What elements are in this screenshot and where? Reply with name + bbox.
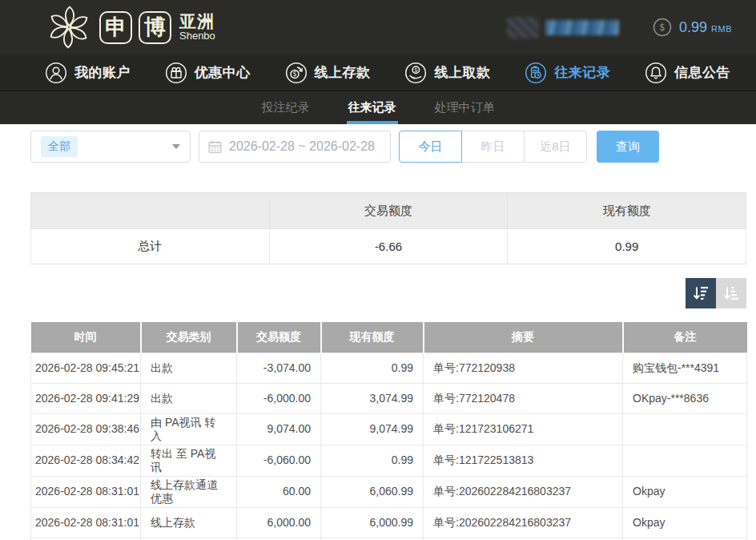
transaction-type-select[interactable]: 全部	[30, 131, 191, 163]
dollar-coin-icon: $	[653, 18, 672, 37]
cell-time: 2026-02-28 09:38:46	[31, 413, 141, 445]
withdraw-icon: $	[404, 62, 427, 84]
date-range-input[interactable]: 2026-02-28 ~ 2026-02-28	[199, 131, 391, 163]
deposit-icon: $	[285, 62, 308, 84]
nav-label: 线上存款	[315, 63, 371, 82]
cell-category: 由 PA视讯 转入	[141, 413, 237, 445]
table-row: 2026-02-28 09:38:46由 PA视讯 转入9,074.009,07…	[31, 413, 747, 445]
logo-char-shen: 申	[99, 11, 132, 44]
tab-1[interactable]: 投注纪录	[260, 91, 312, 124]
summary-transaction-total: -6.66	[269, 229, 508, 264]
nav-item-2[interactable]: 优惠中心	[165, 62, 251, 84]
nav-label: 信息公告	[674, 63, 730, 82]
nav-item-5[interactable]: 往来记录	[525, 62, 610, 84]
tab-2[interactable]: 往来记录	[347, 91, 398, 124]
cell-balance: 0.99	[321, 445, 424, 476]
column-header-3: 交易额度	[237, 322, 321, 353]
bell-icon	[645, 62, 667, 84]
sort-ascending-button[interactable]	[716, 278, 746, 308]
table-row: 2026-02-28 08:34:42转出 至 PA视讯-6,060.000.9…	[31, 445, 747, 476]
cell-time: 2026-02-28 08:34:42	[31, 445, 141, 476]
cell-summary: 单号:202602284216803237	[424, 476, 623, 507]
column-header-4: 现有额度	[321, 322, 424, 353]
redacted-username[interactable]	[545, 20, 619, 35]
column-header-2: 交易类别	[141, 322, 237, 353]
table-row: 2026-02-28 08:31:01线上存款6,000.006,000.99单…	[31, 507, 747, 538]
summary-balance-total: 0.99	[508, 229, 746, 264]
logo-char-bo: 博	[139, 11, 171, 44]
cell-summary: 单号:772120938	[424, 353, 623, 383]
chevron-down-icon	[172, 144, 180, 149]
avatar[interactable]	[507, 17, 539, 38]
column-header-1: 时间	[31, 322, 141, 353]
cell-amount: -3,074.00	[237, 353, 321, 383]
records-icon	[525, 62, 547, 84]
query-button[interactable]: 查询	[597, 131, 659, 163]
cell-summary: 单号:202602284216803237	[424, 507, 623, 538]
nav-item-1[interactable]: 我的账户	[45, 62, 131, 84]
cell-time: 2026-02-28 09:45:21	[31, 353, 141, 383]
nav-item-4[interactable]: $线上取款	[404, 62, 490, 84]
table-row: 2026-02-28 08:31:01线上存款通道优惠60.006,060.99…	[31, 476, 747, 507]
table-header-row: 时间交易类别交易额度现有额度摘要备注	[31, 322, 747, 353]
gift-icon	[165, 62, 187, 84]
logo-region: 亚洲	[179, 13, 215, 30]
column-header-6: 备注	[623, 322, 747, 353]
filter-bar: 全部 2026-02-28 ~ 2026-02-28 今日昨日近8日 查	[30, 131, 746, 163]
quick-date-button-1[interactable]: 今日	[399, 131, 462, 163]
table-row: 2026-02-28 09:41:29出款-6,000.003,074.99单号…	[31, 383, 747, 413]
nav-label: 优惠中心	[195, 63, 251, 82]
transactions-table: 时间交易类别交易额度现有额度摘要备注 2026-02-28 09:45:21出款…	[30, 322, 747, 540]
summary-row: 总计 -6.66 0.99	[31, 229, 746, 264]
flower-logo-icon	[45, 3, 93, 51]
nav-label: 我的账户	[74, 63, 131, 82]
calendar-icon	[207, 139, 223, 155]
cell-summary: 单号:772120478	[424, 383, 623, 413]
nav-item-6[interactable]: 信息公告	[645, 62, 730, 84]
quick-date-button-2[interactable]: 昨日	[461, 131, 525, 163]
balance-currency: RMB	[711, 21, 732, 34]
quick-date-button-3[interactable]: 近8日	[524, 131, 587, 163]
cell-balance: 6,060.99	[321, 476, 424, 507]
summary-table: 交易额度 现有额度 总计 -6.66 0.99	[30, 192, 746, 264]
cell-time: 2026-02-28 09:41:29	[31, 383, 141, 413]
page: 申 博 亚洲 Shenbo $ 0.99 RMB 我的账户优惠中心$线上存款$线…	[0, 0, 756, 540]
quick-date-group: 今日昨日近8日	[399, 131, 587, 163]
cell-summary: 单号:121722513813	[424, 445, 623, 476]
summary-header-balance: 现有额度	[508, 193, 746, 229]
date-range-value: 2026-02-28 ~ 2026-02-28	[229, 139, 375, 154]
top-header: 申 博 亚洲 Shenbo $ 0.99 RMB	[0, 0, 756, 54]
cell-note	[623, 413, 747, 445]
nav-item-3[interactable]: $线上存款	[285, 62, 371, 84]
column-header-5: 摘要	[424, 322, 623, 353]
sort-controls	[0, 278, 746, 308]
svg-text:$: $	[414, 66, 418, 74]
cell-balance: 0.99	[321, 353, 424, 383]
table-body: 2026-02-28 09:45:21出款-3,074.000.99单号:772…	[31, 353, 747, 540]
cell-time: 2026-02-28 08:31:01	[31, 476, 141, 507]
cell-category: 出款	[141, 383, 237, 413]
selected-type-tag: 全部	[41, 136, 78, 157]
cell-note: 购宝钱包-***4391	[623, 353, 747, 383]
cell-note: OKpay-***8636	[623, 383, 747, 413]
cell-category: 线上存款通道优惠	[141, 476, 237, 507]
cell-note: Okpay	[623, 507, 747, 538]
summary-total-label: 总计	[31, 229, 270, 264]
main-nav: 我的账户优惠中心$线上存款$线上取款往来记录信息公告	[0, 54, 756, 91]
cell-category: 出款	[141, 353, 237, 383]
svg-text:$: $	[292, 71, 296, 78]
svg-text:$: $	[659, 22, 665, 33]
cell-category: 线上存款	[141, 507, 237, 538]
nav-label: 往来记录	[554, 63, 610, 82]
brand-logo[interactable]: 申 博 亚洲 Shenbo	[45, 3, 215, 51]
sub-nav: 投注纪录往来记录处理中订单	[0, 91, 756, 124]
sort-descending-button[interactable]	[686, 278, 716, 308]
user-group: $ 0.99 RMB	[507, 17, 732, 38]
balance[interactable]: $ 0.99 RMB	[653, 18, 732, 37]
cell-balance: 6,000.99	[321, 507, 424, 538]
cell-note	[623, 445, 747, 476]
cell-category: 转出 至 PA视讯	[141, 445, 237, 476]
cell-balance: 3,074.99	[321, 383, 424, 413]
cell-balance: 9,074.99	[321, 413, 424, 445]
tab-3[interactable]: 处理中订单	[433, 91, 497, 124]
